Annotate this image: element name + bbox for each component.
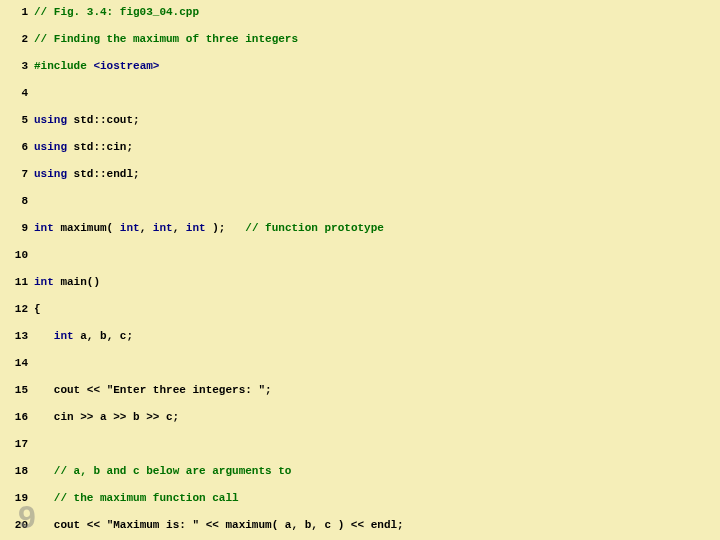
- token-txt: a, b, c;: [74, 330, 133, 342]
- code-line: 11int main(): [10, 276, 710, 294]
- token-comment: // the maximum function call: [54, 492, 239, 504]
- code-content: using std::cout;: [34, 114, 140, 126]
- code-content: // Finding the maximum of three integers: [34, 33, 298, 45]
- code-content: // the maximum function call: [34, 492, 239, 504]
- line-number: 15: [10, 384, 28, 396]
- line-number: 9: [10, 222, 28, 234]
- code-line: 14: [10, 357, 710, 375]
- code-content: // Fig. 3.4: fig03_04.cpp: [34, 6, 199, 18]
- code-line: 20 cout << "Maximum is: " << maximum( a,…: [10, 519, 710, 537]
- token-kw-blue: int: [186, 222, 206, 234]
- token-txt: std::cout;: [67, 114, 140, 126]
- line-number: 18: [10, 465, 28, 477]
- token-txt: [34, 465, 54, 477]
- token-comment: // function prototype: [245, 222, 384, 234]
- line-number: 8: [10, 195, 28, 207]
- line-number: 16: [10, 411, 28, 423]
- token-kw-blue: int: [120, 222, 140, 234]
- token-kw-blue: int: [54, 330, 74, 342]
- code-line: 15 cout << "Enter three integers: ";: [10, 384, 710, 402]
- code-line: 16 cin >> a >> b >> c;: [10, 411, 710, 429]
- code-line: 13 int a, b, c;: [10, 330, 710, 348]
- code-content: cout << "Maximum is: " << maximum( a, b,…: [34, 519, 404, 531]
- code-line: 5using std::cout;: [10, 114, 710, 132]
- line-number: 7: [10, 168, 28, 180]
- token-angled: <iostream>: [93, 60, 159, 72]
- code-content: using std::endl;: [34, 168, 140, 180]
- code-line: 12{: [10, 303, 710, 321]
- token-txt: ;: [265, 384, 272, 396]
- token-preproc: #include: [34, 60, 93, 72]
- code-line: 4: [10, 87, 710, 105]
- token-comment: // Fig. 3.4: fig03_04.cpp: [34, 6, 199, 18]
- token-txt: cout <<: [34, 384, 107, 396]
- line-number: 10: [10, 249, 28, 261]
- token-kw-blue: int: [34, 276, 54, 288]
- code-content: int a, b, c;: [34, 330, 133, 342]
- line-number: 11: [10, 276, 28, 288]
- token-txt: ,: [140, 222, 153, 234]
- token-txt: [34, 330, 54, 342]
- token-comment: // a, b and c below are arguments to: [54, 465, 292, 477]
- code-line: 9int maximum( int, int, int ); // functi…: [10, 222, 710, 240]
- token-txt: {: [34, 303, 41, 315]
- token-txt: );: [206, 222, 246, 234]
- token-kw-blue: int: [153, 222, 173, 234]
- token-txt: cin >> a >> b >> c;: [34, 411, 179, 423]
- token-str: "Maximum is: ": [107, 519, 199, 531]
- code-line: 19 // the maximum function call: [10, 492, 710, 510]
- code-line: 1// Fig. 3.4: fig03_04.cpp: [10, 6, 710, 24]
- token-kw-blue: int: [34, 222, 54, 234]
- token-txt: maximum(: [54, 222, 120, 234]
- code-listing: 1// Fig. 3.4: fig03_04.cpp2// Finding th…: [0, 0, 720, 540]
- code-content: int main(): [34, 276, 100, 288]
- code-line: 6using std::cin;: [10, 141, 710, 159]
- code-line: 3#include <iostream>: [10, 60, 710, 78]
- code-content: #include <iostream>: [34, 60, 159, 72]
- code-line: 8: [10, 195, 710, 213]
- code-content: cout << "Enter three integers: ";: [34, 384, 272, 396]
- token-txt: [34, 492, 54, 504]
- line-number: 5: [10, 114, 28, 126]
- token-kw-blue: using: [34, 114, 67, 126]
- line-number: 14: [10, 357, 28, 369]
- code-content: // a, b and c below are arguments to: [34, 465, 291, 477]
- code-line: 10: [10, 249, 710, 267]
- code-content: cin >> a >> b >> c;: [34, 411, 179, 423]
- code-line: 7using std::endl;: [10, 168, 710, 186]
- line-number: 1: [10, 6, 28, 18]
- line-number: 2: [10, 33, 28, 45]
- token-txt: std::endl;: [67, 168, 140, 180]
- code-line: 2// Finding the maximum of three integer…: [10, 33, 710, 51]
- token-txt: std::cin;: [67, 141, 133, 153]
- line-number: 13: [10, 330, 28, 342]
- line-number: 19: [10, 492, 28, 504]
- code-content: {: [34, 303, 41, 315]
- code-line: 18 // a, b and c below are arguments to: [10, 465, 710, 483]
- token-kw-blue: using: [34, 141, 67, 153]
- token-txt: main(): [54, 276, 100, 288]
- token-txt: ,: [173, 222, 186, 234]
- token-kw-blue: using: [34, 168, 67, 180]
- token-str: "Enter three integers: ": [107, 384, 265, 396]
- line-number: 3: [10, 60, 28, 72]
- code-content: using std::cin;: [34, 141, 133, 153]
- token-txt: << maximum( a, b, c ) << endl;: [199, 519, 404, 531]
- line-number: 4: [10, 87, 28, 99]
- token-comment: // Finding the maximum of three integers: [34, 33, 298, 45]
- line-number: 17: [10, 438, 28, 450]
- line-number: 20: [10, 519, 28, 531]
- token-txt: cout <<: [34, 519, 107, 531]
- code-line: 17: [10, 438, 710, 456]
- line-number: 12: [10, 303, 28, 315]
- code-content: int maximum( int, int, int ); // functio…: [34, 222, 384, 234]
- line-number: 6: [10, 141, 28, 153]
